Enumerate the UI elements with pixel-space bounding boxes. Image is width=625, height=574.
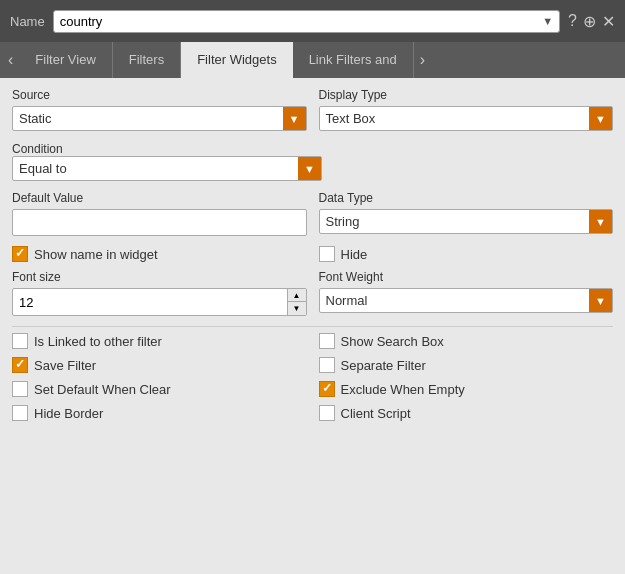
spinner-buttons: ▲ ▼ bbox=[287, 289, 306, 315]
save-separate-row: Save Filter Separate Filter bbox=[12, 357, 613, 373]
show-name-label[interactable]: Show name in widget bbox=[34, 247, 158, 262]
data-type-dropdown[interactable]: String ▼ bbox=[319, 209, 614, 234]
show-search-label[interactable]: Show Search Box bbox=[341, 334, 444, 349]
move-icon[interactable]: ⊕ bbox=[583, 12, 596, 31]
content: Source Static ▼ Display Type Text Box ▼ … bbox=[0, 78, 625, 439]
condition-row: Condition Equal to ▼ bbox=[12, 141, 613, 181]
header: Name ▼ ? ⊕ ✕ bbox=[0, 0, 625, 42]
set-default-col: Set Default When Clear bbox=[12, 381, 307, 397]
hide-col: Hide bbox=[319, 246, 614, 262]
exclude-empty-checkbox[interactable] bbox=[319, 381, 335, 397]
source-dropdown-arrow-icon[interactable]: ▼ bbox=[283, 107, 306, 130]
display-type-dropdown[interactable]: Text Box ▼ bbox=[319, 106, 614, 131]
save-filter-col: Save Filter bbox=[12, 357, 307, 373]
is-linked-col: Is Linked to other filter bbox=[12, 333, 307, 349]
help-icon[interactable]: ? bbox=[568, 12, 577, 31]
show-search-checkbox[interactable] bbox=[319, 333, 335, 349]
font-weight-dropdown[interactable]: Normal ▼ bbox=[319, 288, 614, 313]
tab-prev-icon[interactable]: ‹ bbox=[2, 42, 19, 78]
display-type-dropdown-arrow-icon[interactable]: ▼ bbox=[589, 107, 612, 130]
name-dropdown-arrow-icon[interactable]: ▼ bbox=[538, 15, 553, 27]
client-script-checkbox[interactable] bbox=[319, 405, 335, 421]
data-type-dropdown-arrow-icon[interactable]: ▼ bbox=[589, 210, 612, 233]
exclude-empty-col: Exclude When Empty bbox=[319, 381, 614, 397]
is-linked-label[interactable]: Is Linked to other filter bbox=[34, 334, 162, 349]
name-input-wrapper[interactable]: ▼ bbox=[53, 10, 560, 33]
hide-border-label[interactable]: Hide Border bbox=[34, 406, 103, 421]
tab-filter-view[interactable]: Filter View bbox=[19, 42, 112, 78]
save-filter-label[interactable]: Save Filter bbox=[34, 358, 96, 373]
condition-dropdown[interactable]: Equal to ▼ bbox=[12, 156, 322, 181]
client-script-label[interactable]: Client Script bbox=[341, 406, 411, 421]
separate-filter-col: Separate Filter bbox=[319, 357, 614, 373]
default-value-label: Default Value bbox=[12, 191, 307, 205]
tab-link-filters[interactable]: Link Filters and bbox=[293, 42, 414, 78]
hide-label[interactable]: Hide bbox=[341, 247, 368, 262]
set-default-checkbox[interactable] bbox=[12, 381, 28, 397]
display-type-label: Display Type bbox=[319, 88, 614, 102]
name-label: Name bbox=[10, 14, 45, 29]
exclude-empty-label[interactable]: Exclude When Empty bbox=[341, 382, 465, 397]
font-size-input[interactable] bbox=[13, 291, 287, 314]
spinner-down-button[interactable]: ▼ bbox=[288, 302, 306, 315]
display-type-col: Display Type Text Box ▼ bbox=[319, 88, 614, 131]
default-datatype-row: Default Value Data Type String ▼ bbox=[12, 191, 613, 236]
font-weight-col: Font Weight Normal ▼ bbox=[319, 270, 614, 313]
set-default-label[interactable]: Set Default When Clear bbox=[34, 382, 171, 397]
show-name-checkbox[interactable] bbox=[12, 246, 28, 262]
hide-border-checkbox[interactable] bbox=[12, 405, 28, 421]
show-name-hide-row: Show name in widget Hide bbox=[12, 246, 613, 262]
hide-border-col: Hide Border bbox=[12, 405, 307, 421]
font-size-col: Font size ▲ ▼ bbox=[12, 270, 307, 316]
condition-dropdown-arrow-icon[interactable]: ▼ bbox=[298, 157, 321, 180]
spinner-up-button[interactable]: ▲ bbox=[288, 289, 306, 302]
name-input[interactable] bbox=[60, 14, 539, 29]
save-filter-checkbox[interactable] bbox=[12, 357, 28, 373]
default-value-col: Default Value bbox=[12, 191, 307, 236]
tab-next-icon[interactable]: › bbox=[414, 42, 431, 78]
font-size-label: Font size bbox=[12, 270, 307, 284]
source-col: Source Static ▼ bbox=[12, 88, 307, 131]
tab-filter-widgets[interactable]: Filter Widgets bbox=[181, 42, 292, 78]
default-value-input[interactable] bbox=[12, 209, 307, 236]
hideborder-clientscript-row: Hide Border Client Script bbox=[12, 405, 613, 421]
font-size-spinner[interactable]: ▲ ▼ bbox=[12, 288, 307, 316]
setdefault-exclude-row: Set Default When Clear Exclude When Empt… bbox=[12, 381, 613, 397]
header-icons: ? ⊕ ✕ bbox=[568, 12, 615, 31]
source-value: Static bbox=[19, 111, 283, 126]
show-name-col: Show name in widget bbox=[12, 246, 307, 262]
client-script-col: Client Script bbox=[319, 405, 614, 421]
show-search-col: Show Search Box bbox=[319, 333, 614, 349]
source-dropdown[interactable]: Static ▼ bbox=[12, 106, 307, 131]
source-label: Source bbox=[12, 88, 307, 102]
display-type-value: Text Box bbox=[326, 111, 590, 126]
close-icon[interactable]: ✕ bbox=[602, 12, 615, 31]
divider1 bbox=[12, 326, 613, 327]
font-weight-label: Font Weight bbox=[319, 270, 614, 284]
linked-searchbox-row: Is Linked to other filter Show Search Bo… bbox=[12, 333, 613, 349]
is-linked-checkbox[interactable] bbox=[12, 333, 28, 349]
tab-bar: ‹ Filter View Filters Filter Widgets Lin… bbox=[0, 42, 625, 78]
font-weight-dropdown-arrow-icon[interactable]: ▼ bbox=[589, 289, 612, 312]
data-type-value: String bbox=[326, 214, 590, 229]
tab-filters[interactable]: Filters bbox=[113, 42, 181, 78]
fontsize-fontweight-row: Font size ▲ ▼ Font Weight Normal ▼ bbox=[12, 270, 613, 316]
data-type-label: Data Type bbox=[319, 191, 614, 205]
data-type-col: Data Type String ▼ bbox=[319, 191, 614, 234]
condition-label: Condition bbox=[12, 142, 63, 156]
hide-checkbox[interactable] bbox=[319, 246, 335, 262]
separate-filter-checkbox[interactable] bbox=[319, 357, 335, 373]
source-displaytype-row: Source Static ▼ Display Type Text Box ▼ bbox=[12, 88, 613, 131]
font-weight-value: Normal bbox=[326, 293, 590, 308]
separate-filter-label[interactable]: Separate Filter bbox=[341, 358, 426, 373]
condition-value: Equal to bbox=[19, 161, 298, 176]
